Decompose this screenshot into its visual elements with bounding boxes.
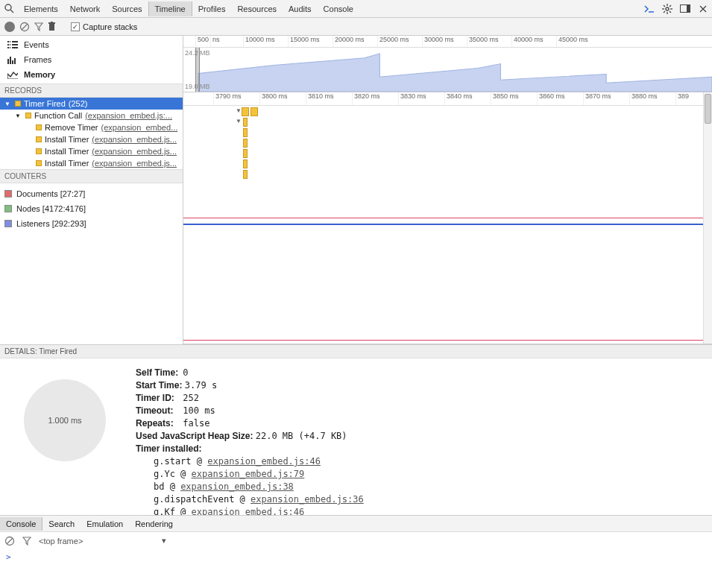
- filter-icon[interactable]: [34, 22, 43, 31]
- svg-line-1: [10, 10, 13, 13]
- details-pie-chart: 1.000 ms: [24, 379, 106, 461]
- tab-elements[interactable]: Elements: [18, 1, 64, 16]
- clear-console-icon[interactable]: [4, 536, 15, 546]
- ruler-tick: 3820 ms: [352, 92, 380, 105]
- stack-frame: bd @ expansion_embed.js:38: [154, 481, 364, 492]
- drawer-tab-emulation[interactable]: Emulation: [81, 517, 129, 531]
- start-time-label: Start Time:: [136, 380, 182, 391]
- record-row[interactable]: Install Timer (expansion_embed.js...: [0, 157, 183, 169]
- ruler-tick: 40000 ms: [511, 36, 544, 47]
- drawer-tab-search[interactable]: Search: [42, 517, 81, 531]
- ruler-tick: 389: [675, 92, 689, 105]
- counters-header: COUNTERS: [0, 169, 183, 183]
- record-source-link[interactable]: (expansion_embed.js...: [92, 135, 177, 144]
- console-filter-icon[interactable]: [22, 537, 31, 546]
- record-button[interactable]: [4, 22, 15, 32]
- timer-id-label: Timer ID:: [136, 393, 180, 403]
- view-mode-list: EventsFramesMemory: [0, 36, 183, 83]
- ruler-tick: 3800 ms: [259, 92, 288, 105]
- record-source-link[interactable]: (expansion_embed.js:...: [85, 111, 172, 120]
- search-icon[interactable]: [0, 0, 18, 18]
- frame-selector[interactable]: <top frame> ▾: [39, 536, 166, 546]
- tab-timeline[interactable]: Timeline: [148, 1, 192, 16]
- timeline-toolbar: ✓ Capture stacks: [0, 18, 712, 36]
- tree-toggle-icon[interactable]: ▼: [4, 101, 12, 107]
- stack-source-link[interactable]: expansion_embed.js:46: [207, 456, 321, 467]
- view-label: Events: [24, 40, 49, 49]
- vertical-scrollbar[interactable]: [703, 92, 712, 344]
- capture-stacks-label: Capture stacks: [83, 22, 137, 31]
- overview-window-handle[interactable]: [195, 48, 200, 92]
- ruler-tick: 3830 ms: [398, 92, 426, 105]
- counter-row[interactable]: Documents [27:27]: [4, 186, 178, 201]
- svg-line-8: [664, 5, 665, 7]
- close-icon[interactable]: [694, 0, 712, 18]
- pie-label: 1.000 ms: [48, 416, 81, 425]
- stack-source-link[interactable]: expansion_embed.js:36: [251, 494, 364, 505]
- svg-rect-30: [14, 58, 16, 64]
- counter-row[interactable]: Nodes [4172:4176]: [4, 201, 178, 216]
- svg-line-33: [7, 538, 13, 544]
- record-row[interactable]: Install Timer (expansion_embed.js...: [0, 145, 183, 157]
- self-time-label: Self Time:: [136, 367, 180, 378]
- overview-ruler: 500ns10000 ms15000 ms20000 ms25000 ms300…: [183, 36, 712, 48]
- tab-sources[interactable]: Sources: [106, 1, 148, 16]
- record-row[interactable]: ▼Function Call (expansion_embed.js:...: [0, 110, 183, 121]
- record-row[interactable]: ▼Timer Fired (252): [0, 98, 183, 110]
- view-events[interactable]: Events: [0, 37, 183, 52]
- stack-source-link[interactable]: expansion_embed.js:79: [192, 469, 305, 479]
- stack-frame: g.start @ expansion_embed.js:46: [154, 456, 364, 467]
- svg-rect-19: [48, 22, 55, 24]
- record-row[interactable]: Remove Timer (expansion_embed...: [0, 121, 183, 133]
- console-prompt[interactable]: >: [0, 549, 712, 565]
- toggle-console-icon[interactable]: [640, 0, 658, 18]
- stack-frame: g.Kf @ expansion_embed.js:46: [154, 507, 364, 515]
- tree-toggle-icon[interactable]: ▼: [15, 113, 22, 119]
- svg-rect-18: [49, 24, 54, 31]
- record-label: Install Timer: [45, 135, 89, 144]
- drawer-tab-console[interactable]: Console: [0, 517, 42, 531]
- garbage-collect-icon[interactable]: [48, 22, 56, 31]
- record-source-link[interactable]: (expansion_embed.js...: [92, 159, 177, 168]
- record-source-link[interactable]: (expansion_embed...: [101, 123, 178, 132]
- stack-source-link[interactable]: expansion_embed.js:38: [180, 481, 294, 492]
- tab-network[interactable]: Network: [64, 1, 106, 16]
- dock-side-icon[interactable]: [676, 0, 694, 18]
- event-marker-icon: [25, 113, 31, 118]
- tab-resources[interactable]: Resources: [231, 1, 283, 16]
- clear-icon[interactable]: [19, 22, 30, 32]
- drawer-tab-rendering[interactable]: Rendering: [129, 517, 179, 531]
- view-label: Memory: [24, 70, 55, 79]
- flame-chart[interactable]: ▼ ▼: [183, 106, 703, 344]
- timeout-label: Timeout:: [136, 405, 180, 416]
- view-memory[interactable]: Memory: [0, 67, 183, 82]
- stack-frame: g.dispatchEvent @ expansion_embed.js:36: [154, 494, 364, 505]
- stack-label: Timer installed:: [136, 443, 201, 454]
- scrollbar-thumb[interactable]: [705, 94, 711, 124]
- ruler-tick: 3870 ms: [583, 92, 611, 105]
- record-source-link[interactable]: (expansion_embed.js...: [92, 147, 177, 156]
- heap-value: 22.0 MB (+4.7 KB): [256, 431, 347, 441]
- counter-swatch-icon: [4, 190, 12, 197]
- stack-source-link[interactable]: expansion_embed.js:46: [192, 507, 305, 515]
- svg-point-0: [5, 4, 11, 10]
- svg-rect-28: [10, 57, 11, 64]
- settings-gear-icon[interactable]: [658, 0, 676, 18]
- devtools-main-toolbar: ElementsNetworkSourcesTimelineProfilesRe…: [0, 0, 712, 18]
- tab-profiles[interactable]: Profiles: [192, 1, 232, 16]
- overview-strip[interactable]: 500ns10000 ms15000 ms20000 ms25000 ms300…: [183, 36, 712, 92]
- capture-stacks-checkbox[interactable]: ✓ Capture stacks: [71, 22, 137, 31]
- ruler-tick: 3790 ms: [213, 92, 242, 105]
- tab-console[interactable]: Console: [318, 1, 359, 16]
- timeline-content: 500ns10000 ms15000 ms20000 ms25000 ms300…: [183, 36, 712, 344]
- ruler-tick: 3860 ms: [537, 92, 565, 105]
- counter-row[interactable]: Listeners [292:293]: [4, 216, 178, 231]
- svg-rect-13: [687, 5, 690, 12]
- details-properties: Self Time: 0 Start Time: 3.79 s Timer ID…: [136, 367, 364, 506]
- record-row[interactable]: Install Timer (expansion_embed.js...: [0, 133, 183, 145]
- records-tree: ▼Timer Fired (252)▼Function Call (expans…: [0, 98, 183, 169]
- tab-audits[interactable]: Audits: [283, 1, 318, 16]
- stack-trace: g.start @ expansion_embed.js:46g.Yc @ ex…: [154, 456, 364, 515]
- view-frames[interactable]: Frames: [0, 52, 183, 67]
- view-label: Frames: [24, 55, 51, 64]
